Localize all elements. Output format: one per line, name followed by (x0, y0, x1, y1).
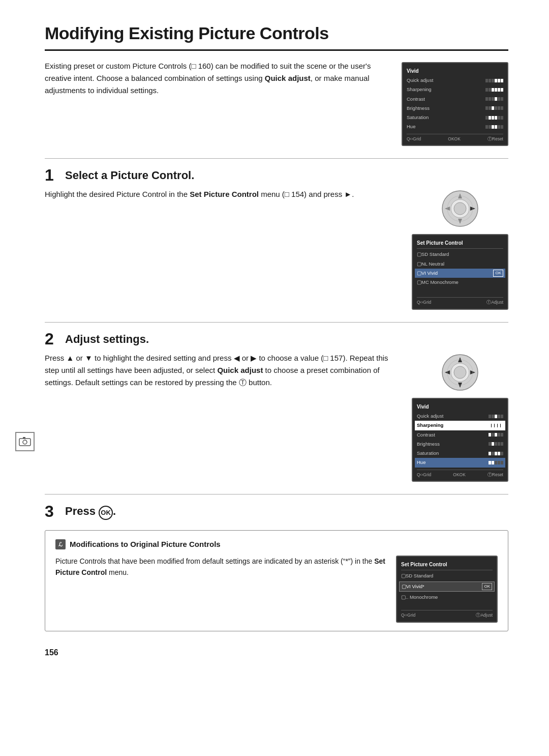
note-box: ℒ Modifications to Original Picture Cont… (45, 530, 508, 631)
screen1-footer: Q‹›GridOKOKⓉReset (407, 134, 503, 142)
step2-header: 2 Adjust settings. (45, 331, 508, 347)
step1-section: 1 Select a Picture Control. Highlight th… (45, 158, 508, 310)
step3-number: 3 (45, 503, 60, 519)
screen1-row-sharpening: Sharpening (407, 85, 503, 94)
note-header: ℒ Modifications to Original Picture Cont… (55, 539, 498, 550)
step1-visuals: Set Picture Control ▢SD Standard ▢NL Neu… (412, 188, 508, 310)
note-screen-row-vi: ▢VI Vivid* OK (399, 581, 495, 592)
svg-rect-16 (19, 439, 30, 446)
intro-section: Existing preset or custom Picture Contro… (45, 60, 508, 146)
note-icon: ℒ (55, 539, 66, 549)
step2-row-saturation: Saturation (417, 449, 503, 458)
step1-body: Highlight the desired Picture Control in… (45, 188, 508, 310)
note-title: Modifications to Original Picture Contro… (70, 539, 221, 550)
ok-button-symbol: OK (99, 506, 113, 520)
screen1-row-quickadjust: Quick adjust (407, 76, 503, 85)
note-body: Picture Controls that have been modified… (55, 556, 498, 623)
camera-icon (19, 437, 31, 447)
step2-text: Press ▲ or ▼ to highlight the desired se… (45, 352, 396, 389)
step1-screen-row-mc: ▢MC Monochrome (417, 278, 503, 287)
step3-section: 3 Press OK. (45, 494, 508, 520)
step1-title: Select a Picture Control. (65, 167, 194, 182)
dpad2-icon (440, 352, 480, 393)
step2-screen-footer: Q‹›GridOKOKⓉReset (417, 470, 503, 478)
screen1-row-brightness: Brightness (407, 104, 503, 113)
page-title: Modifying Existing Picture Controls (45, 20, 508, 51)
step1-screen-row-nl: ▢NL Neutral (417, 259, 503, 269)
note-screen-row-sd: ▢SD Standard (401, 571, 493, 580)
step1-screen-row-sd: ▢SD Standard (417, 250, 503, 259)
step3-header: 3 Press OK. (45, 503, 508, 520)
step1-screen-title: Set Picture Control (417, 238, 503, 249)
step2-screen: Vivid Quick adjust Sharpening Contrast (412, 398, 508, 482)
step1-screen-footer: Q‹›GridⓉAdjust (417, 297, 503, 306)
step2-number: 2 (45, 331, 60, 347)
step2-row-contrast: Contrast (417, 430, 503, 440)
dpad-icon (440, 188, 480, 229)
step2-screen-title: Vivid (417, 402, 503, 412)
svg-point-2 (454, 202, 466, 215)
intro-screen: Vivid Quick adjust Sharpening Contrast (402, 62, 508, 146)
step2-visuals: Vivid Quick adjust Sharpening Contrast (412, 352, 508, 482)
step1-header: 1 Select a Picture Control. (45, 167, 508, 183)
svg-point-17 (23, 440, 27, 444)
svg-point-10 (454, 366, 466, 379)
screen1-title: Vivid (407, 66, 503, 76)
intro-text: Existing preset or custom Picture Contro… (45, 60, 386, 97)
step3-title: Press OK. (65, 503, 116, 520)
note-screen-title: Set Picture Control (401, 560, 493, 570)
screen1-row-saturation: Saturation (407, 113, 503, 122)
step2-body: Press ▲ or ▼ to highlight the desired se… (45, 352, 508, 482)
svg-rect-18 (23, 437, 25, 439)
step1-screen-row-vi: ▢VI Vivid OK (415, 269, 505, 278)
note-screen: Set Picture Control ▢SD Standard ▢VI Viv… (396, 556, 498, 623)
step2-row-hue: Hue (415, 458, 505, 467)
step2-section: 2 Adjust settings. Press ▲ or ▼ to highl… (45, 322, 508, 482)
note-text: Picture Controls that have been modified… (55, 556, 386, 578)
screen1-row-contrast: Contrast (407, 95, 503, 104)
screen1-row-hue: Hue (407, 122, 503, 131)
step2-title: Adjust settings. (65, 331, 149, 346)
step2-row-sharp: Sharpening (415, 421, 505, 430)
step1-number: 1 (45, 167, 60, 183)
note-screen-row-mc: ▢.. Monochrome (401, 593, 493, 602)
sidebar-icon (15, 432, 35, 451)
note-screen-footer: Q‹›GridⓉAdjust (401, 610, 493, 619)
step1-screen: Set Picture Control ▢SD Standard ▢NL Neu… (412, 234, 508, 310)
page-number: 156 (45, 647, 508, 659)
step2-row-qa: Quick adjust (417, 412, 503, 421)
step1-text: Highlight the desired Picture Control in… (45, 188, 396, 200)
step2-row-brightness: Brightness (417, 440, 503, 449)
